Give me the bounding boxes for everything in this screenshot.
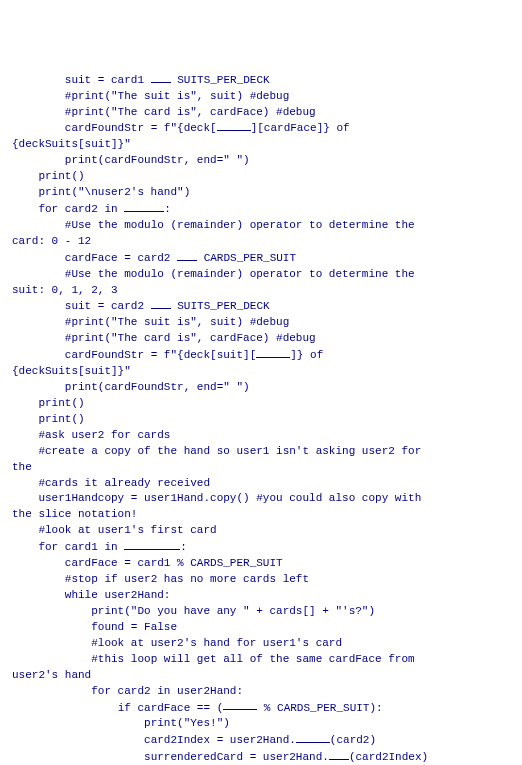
code-line: user2's hand — [12, 668, 510, 684]
code-line: cardFace = card2 CARDS_PER_SUIT — [12, 250, 510, 267]
code-line: print() — [12, 396, 510, 412]
code-line: print("Yes!") — [12, 716, 510, 732]
code-line: #stop if user2 has no more cards left — [12, 572, 510, 588]
code-line: for card2 in : — [12, 201, 510, 218]
code-line: print() — [12, 169, 510, 185]
fill-blank — [151, 298, 171, 309]
code-line: {deckSuits[suit]}" — [12, 364, 510, 380]
code-line: #print("The suit is", suit) #debug — [12, 315, 510, 331]
code-line: while user2Hand: — [12, 588, 510, 604]
code-line: surrenderedCard = user2Hand.(card2Index) — [12, 749, 510, 765]
code-line: #ask user2 for cards — [12, 428, 510, 444]
code-line: card2Index = user2Hand.(card2) — [12, 732, 510, 749]
code-line: #look at user1's first card — [12, 523, 510, 539]
code-line: print() — [12, 412, 510, 428]
code-line: user1Handcopy = user1Hand.copy() #you co… — [12, 491, 510, 507]
code-line: card: 0 - 12 — [12, 234, 510, 250]
fill-blank — [256, 347, 290, 358]
code-line: the — [12, 460, 510, 476]
code-line: found = False — [12, 620, 510, 636]
fill-blank — [329, 749, 349, 760]
fill-blank — [124, 539, 180, 550]
fill-blank — [177, 250, 197, 261]
code-line: print("Do you have any " + cards[] + "'s… — [12, 604, 510, 620]
code-line: #look at user2's hand for user1's card — [12, 636, 510, 652]
code-line: #Use the modulo (remainder) operator to … — [12, 267, 510, 283]
code-line: suit: 0, 1, 2, 3 — [12, 283, 510, 299]
code-line: #print("The card is", cardFace) #debug — [12, 331, 510, 347]
code-line: #this loop will get all of the same card… — [12, 652, 510, 668]
code-line: print(cardFoundStr, end=" ") — [12, 380, 510, 396]
code-line: the slice notation! — [12, 507, 510, 523]
code-line: #print("The card is", cardFace) #debug — [12, 105, 510, 121]
code-line: cardFace = card1 % CARDS_PER_SUIT — [12, 556, 510, 572]
code-line: for card1 in : — [12, 539, 510, 556]
code-block: suit = card1 SUITS_PER_DECK #print("The … — [12, 72, 510, 765]
fill-blank — [124, 201, 164, 212]
code-line: #print("The suit is", suit) #debug — [12, 89, 510, 105]
code-line: #Use the modulo (remainder) operator to … — [12, 218, 510, 234]
fill-blank — [223, 700, 257, 711]
code-line: print("\nuser2's hand") — [12, 185, 510, 201]
code-line: suit = card1 SUITS_PER_DECK — [12, 72, 510, 89]
code-line: cardFoundStr = f"{deck[][cardFace]} of — [12, 120, 510, 137]
code-line: {deckSuits[suit]}" — [12, 137, 510, 153]
code-line: for card2 in user2Hand: — [12, 684, 510, 700]
code-line: cardFoundStr = f"{deck[suit][]} of — [12, 347, 510, 364]
code-line: suit = card2 SUITS_PER_DECK — [12, 298, 510, 315]
code-line: #cards it already received — [12, 476, 510, 492]
fill-blank — [151, 72, 171, 83]
fill-blank — [217, 120, 251, 131]
fill-blank — [296, 732, 330, 743]
code-line: if cardFace == ( % CARDS_PER_SUIT): — [12, 700, 510, 717]
code-line: #create a copy of the hand so user1 isn'… — [12, 444, 510, 460]
code-line: print(cardFoundStr, end=" ") — [12, 153, 510, 169]
